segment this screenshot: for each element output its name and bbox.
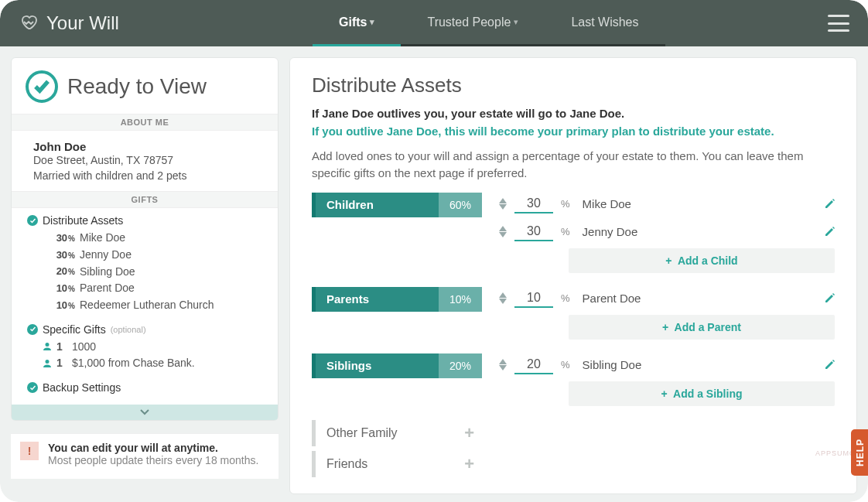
benef-name: Mike Doe (80, 230, 125, 247)
edit-icon[interactable] (824, 292, 835, 306)
stepper[interactable] (499, 292, 507, 304)
edit-icon[interactable] (824, 225, 835, 239)
benef-name: Sibling Doe (583, 358, 816, 371)
stepper[interactable] (499, 226, 507, 237)
nav-gifts[interactable]: Gifts▾ (313, 0, 401, 46)
category-label: Friends (326, 457, 367, 471)
percent: 10% (43, 281, 75, 296)
check-icon (27, 324, 38, 335)
percent-input[interactable] (514, 195, 553, 213)
benef-name: Sibling Doe (80, 264, 135, 281)
benef-row: %Sibling Doe (499, 353, 835, 377)
category-bar: Children60% (312, 193, 482, 217)
add-button[interactable]: + Add a Parent (569, 315, 835, 340)
appsumo-watermark: APPSUMO (815, 449, 856, 457)
status-title: Ready to View (67, 74, 207, 99)
plus-icon: + (661, 388, 668, 400)
check-icon (27, 215, 38, 226)
plus-icon: + (665, 254, 672, 267)
expand-toggle[interactable] (12, 405, 278, 420)
check-icon (27, 382, 38, 393)
plus-icon: + (464, 454, 474, 474)
backup-settings-group: Backup Settings (12, 375, 278, 400)
category-pct: 20% (439, 353, 482, 378)
check-circle-icon (26, 70, 58, 103)
distribute-item: 10%Redeemer Lutheran Church (27, 297, 267, 314)
about-name: John Doe (33, 140, 256, 153)
distribute-item: 30%Mike Doe (27, 230, 267, 247)
plus-icon: + (662, 321, 668, 333)
desc: $1,000 from Chase Bank. (72, 355, 195, 372)
desc: 1000 (72, 339, 96, 356)
percent: 30% (43, 248, 75, 263)
benef-row: %Mike Doe (499, 193, 835, 216)
empty-category[interactable]: Other Family+ (312, 420, 482, 446)
beneficiary-column: %Mike Doe%Jenny Doe+ Add a Child (499, 193, 835, 273)
category-bar: Siblings20% (312, 353, 482, 378)
backup-title: Backup Settings (43, 381, 121, 394)
category-pct: 60% (439, 193, 482, 217)
category-label: Parents (316, 287, 439, 312)
menu-icon[interactable] (828, 15, 849, 32)
sidebar-panel: Ready to View ABOUT ME John Doe Doe Stre… (11, 57, 279, 421)
percent-input[interactable] (514, 289, 553, 308)
benef-row: %Parent Doe (499, 287, 835, 310)
category-label: Siblings (316, 353, 439, 378)
category-row: Siblings20%%Sibling Doe+ Add a Sibling (312, 353, 835, 406)
benef-name: Mike Doe (583, 197, 816, 210)
edit-icon[interactable] (824, 358, 835, 372)
user-icon (43, 343, 52, 350)
intro-line2: If you outlive Jane Doe, this will becom… (312, 123, 835, 141)
heart-hands-logo-icon (19, 12, 39, 35)
section-about-label: ABOUT ME (12, 114, 278, 131)
section-gifts-label: GIFTS (12, 191, 278, 208)
about-family: Married with children and 2 pets (33, 169, 256, 184)
specific-gifts-group: Specific Gifts (optional) 110001$1,000 f… (12, 317, 278, 375)
percent-input[interactable] (514, 356, 553, 374)
percent-sign: % (561, 226, 570, 237)
benef-name: Jenny Doe (583, 225, 816, 238)
category-label: Children (316, 193, 439, 217)
specific-title: Specific Gifts (43, 323, 106, 336)
help-tab[interactable]: HELP (851, 429, 868, 476)
tip-sub: Most people update theirs every 18 month… (48, 454, 258, 466)
add-button[interactable]: + Add a Sibling (569, 381, 835, 406)
intro-line1: If Jane Doe outlives you, your estate wi… (312, 105, 835, 123)
distribute-item: 30%Jenny Doe (27, 247, 267, 264)
count: 1 (56, 339, 67, 356)
category-label: Other Family (326, 426, 398, 440)
caret-down-icon: ▾ (370, 17, 374, 27)
percent-input[interactable] (514, 223, 553, 241)
specific-item: 1$1,000 from Chase Bank. (27, 355, 267, 372)
app-title: Your Will (46, 12, 119, 34)
main-panel: Distribute Assets If Jane Doe outlives y… (289, 57, 857, 494)
header-bar: Your Will Gifts▾ Trusted People▾ Last Wi… (0, 0, 868, 46)
optional-tag: (optional) (111, 325, 146, 334)
percent-sign: % (561, 198, 570, 210)
user-icon (43, 360, 52, 367)
category-row: Parents10%%Parent Doe+ Add a Parent (312, 287, 835, 340)
specific-item: 11000 (27, 339, 267, 356)
percent: 20% (43, 264, 75, 279)
nav-trusted-people[interactable]: Trusted People▾ (401, 0, 545, 46)
tip-box: ! You can edit your will at anytime. Mos… (11, 433, 279, 479)
add-button[interactable]: + Add a Child (569, 248, 835, 273)
benef-name: Jenny Doe (80, 247, 132, 264)
distribute-item: 20%Sibling Doe (27, 264, 267, 281)
distribute-assets-group: Distribute Assets 30%Mike Doe30%Jenny Do… (12, 208, 278, 316)
benef-row: %Jenny Doe (499, 220, 835, 244)
top-nav: Gifts▾ Trusted People▾ Last Wishes (313, 0, 828, 46)
percent-sign: % (561, 359, 570, 371)
percent: 10% (43, 298, 75, 313)
count: 1 (56, 355, 67, 372)
beneficiary-column: %Parent Doe+ Add a Parent (499, 287, 835, 340)
nav-last-wishes[interactable]: Last Wishes (545, 0, 665, 46)
plus-icon: + (464, 423, 474, 443)
stepper[interactable] (499, 198, 507, 210)
empty-category[interactable]: Friends+ (312, 451, 482, 477)
benef-name: Parent Doe (80, 280, 135, 297)
stepper[interactable] (499, 359, 507, 371)
edit-icon[interactable] (824, 197, 835, 211)
logo-block: Your Will (19, 12, 282, 35)
category-pct: 10% (439, 287, 482, 312)
